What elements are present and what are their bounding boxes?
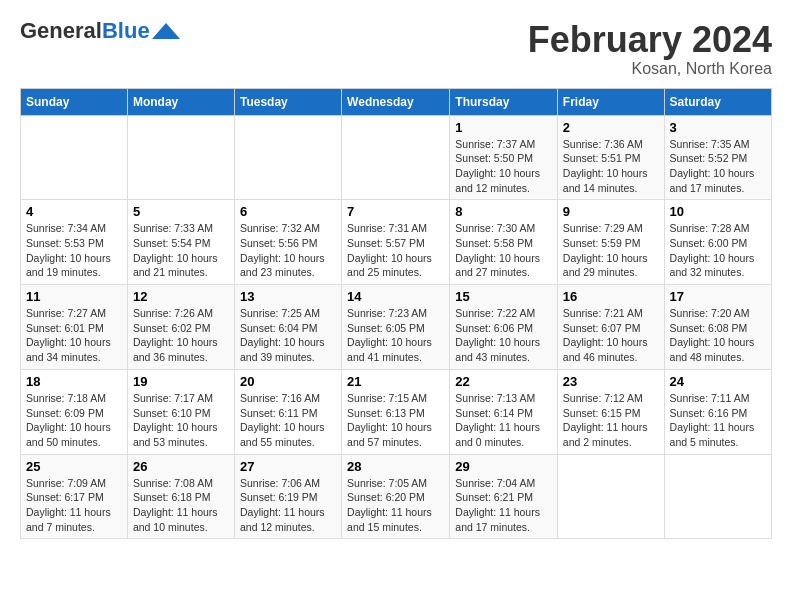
day-info: Sunrise: 7:32 AM Sunset: 5:56 PM Dayligh… [240,221,336,280]
day-number: 23 [563,374,659,389]
day-info: Sunrise: 7:23 AM Sunset: 6:05 PM Dayligh… [347,306,444,365]
day-number: 5 [133,204,229,219]
calendar-cell: 27Sunrise: 7:06 AM Sunset: 6:19 PM Dayli… [234,454,341,539]
month-title-area: February 2024 Kosan, North Korea [528,20,772,78]
day-info: Sunrise: 7:27 AM Sunset: 6:01 PM Dayligh… [26,306,122,365]
calendar-cell: 14Sunrise: 7:23 AM Sunset: 6:05 PM Dayli… [342,285,450,370]
calendar-cell: 6Sunrise: 7:32 AM Sunset: 5:56 PM Daylig… [234,200,341,285]
calendar-cell: 29Sunrise: 7:04 AM Sunset: 6:21 PM Dayli… [450,454,558,539]
day-number: 29 [455,459,552,474]
day-number: 16 [563,289,659,304]
calendar-cell: 10Sunrise: 7:28 AM Sunset: 6:00 PM Dayli… [664,200,771,285]
calendar-body: 1Sunrise: 7:37 AM Sunset: 5:50 PM Daylig… [21,115,772,539]
day-info: Sunrise: 7:12 AM Sunset: 6:15 PM Dayligh… [563,391,659,450]
day-number: 14 [347,289,444,304]
day-info: Sunrise: 7:05 AM Sunset: 6:20 PM Dayligh… [347,476,444,535]
day-number: 9 [563,204,659,219]
calendar-cell: 23Sunrise: 7:12 AM Sunset: 6:15 PM Dayli… [557,369,664,454]
day-info: Sunrise: 7:20 AM Sunset: 6:08 PM Dayligh… [670,306,766,365]
calendar-cell: 28Sunrise: 7:05 AM Sunset: 6:20 PM Dayli… [342,454,450,539]
calendar-header-friday: Friday [557,88,664,115]
day-info: Sunrise: 7:35 AM Sunset: 5:52 PM Dayligh… [670,137,766,196]
calendar-cell: 9Sunrise: 7:29 AM Sunset: 5:59 PM Daylig… [557,200,664,285]
day-info: Sunrise: 7:33 AM Sunset: 5:54 PM Dayligh… [133,221,229,280]
calendar-cell: 21Sunrise: 7:15 AM Sunset: 6:13 PM Dayli… [342,369,450,454]
calendar-header-saturday: Saturday [664,88,771,115]
day-info: Sunrise: 7:09 AM Sunset: 6:17 PM Dayligh… [26,476,122,535]
calendar-cell: 26Sunrise: 7:08 AM Sunset: 6:18 PM Dayli… [127,454,234,539]
day-info: Sunrise: 7:36 AM Sunset: 5:51 PM Dayligh… [563,137,659,196]
calendar-table: SundayMondayTuesdayWednesdayThursdayFrid… [20,88,772,540]
logo-text: GeneralBlue [20,20,150,42]
day-info: Sunrise: 7:04 AM Sunset: 6:21 PM Dayligh… [455,476,552,535]
calendar-cell [234,115,341,200]
day-number: 27 [240,459,336,474]
calendar-cell: 11Sunrise: 7:27 AM Sunset: 6:01 PM Dayli… [21,285,128,370]
calendar-cell: 25Sunrise: 7:09 AM Sunset: 6:17 PM Dayli… [21,454,128,539]
calendar-cell: 2Sunrise: 7:36 AM Sunset: 5:51 PM Daylig… [557,115,664,200]
month-title: February 2024 [528,20,772,60]
day-number: 3 [670,120,766,135]
day-number: 19 [133,374,229,389]
location-subtitle: Kosan, North Korea [528,60,772,78]
calendar-cell [664,454,771,539]
calendar-cell: 4Sunrise: 7:34 AM Sunset: 5:53 PM Daylig… [21,200,128,285]
svg-marker-0 [152,23,180,39]
calendar-cell: 17Sunrise: 7:20 AM Sunset: 6:08 PM Dayli… [664,285,771,370]
calendar-cell: 15Sunrise: 7:22 AM Sunset: 6:06 PM Dayli… [450,285,558,370]
calendar-cell [127,115,234,200]
day-info: Sunrise: 7:37 AM Sunset: 5:50 PM Dayligh… [455,137,552,196]
day-number: 18 [26,374,122,389]
calendar-header-sunday: Sunday [21,88,128,115]
calendar-header-row: SundayMondayTuesdayWednesdayThursdayFrid… [21,88,772,115]
day-number: 24 [670,374,766,389]
day-number: 28 [347,459,444,474]
day-number: 6 [240,204,336,219]
day-number: 2 [563,120,659,135]
calendar-cell: 18Sunrise: 7:18 AM Sunset: 6:09 PM Dayli… [21,369,128,454]
day-number: 21 [347,374,444,389]
calendar-header-tuesday: Tuesday [234,88,341,115]
calendar-cell: 19Sunrise: 7:17 AM Sunset: 6:10 PM Dayli… [127,369,234,454]
logo: GeneralBlue [20,20,180,42]
day-number: 7 [347,204,444,219]
day-info: Sunrise: 7:31 AM Sunset: 5:57 PM Dayligh… [347,221,444,280]
calendar-week-3: 18Sunrise: 7:18 AM Sunset: 6:09 PM Dayli… [21,369,772,454]
day-info: Sunrise: 7:26 AM Sunset: 6:02 PM Dayligh… [133,306,229,365]
day-info: Sunrise: 7:11 AM Sunset: 6:16 PM Dayligh… [670,391,766,450]
calendar-cell: 8Sunrise: 7:30 AM Sunset: 5:58 PM Daylig… [450,200,558,285]
day-info: Sunrise: 7:18 AM Sunset: 6:09 PM Dayligh… [26,391,122,450]
day-info: Sunrise: 7:15 AM Sunset: 6:13 PM Dayligh… [347,391,444,450]
day-number: 25 [26,459,122,474]
page-header: GeneralBlue February 2024 Kosan, North K… [20,20,772,78]
day-info: Sunrise: 7:22 AM Sunset: 6:06 PM Dayligh… [455,306,552,365]
day-number: 8 [455,204,552,219]
day-info: Sunrise: 7:16 AM Sunset: 6:11 PM Dayligh… [240,391,336,450]
day-info: Sunrise: 7:17 AM Sunset: 6:10 PM Dayligh… [133,391,229,450]
day-info: Sunrise: 7:25 AM Sunset: 6:04 PM Dayligh… [240,306,336,365]
calendar-cell: 24Sunrise: 7:11 AM Sunset: 6:16 PM Dayli… [664,369,771,454]
logo-icon [152,23,180,39]
calendar-header-thursday: Thursday [450,88,558,115]
calendar-cell [21,115,128,200]
day-number: 4 [26,204,122,219]
calendar-cell [342,115,450,200]
day-info: Sunrise: 7:13 AM Sunset: 6:14 PM Dayligh… [455,391,552,450]
day-info: Sunrise: 7:08 AM Sunset: 6:18 PM Dayligh… [133,476,229,535]
calendar-header-wednesday: Wednesday [342,88,450,115]
calendar-week-0: 1Sunrise: 7:37 AM Sunset: 5:50 PM Daylig… [21,115,772,200]
calendar-cell: 3Sunrise: 7:35 AM Sunset: 5:52 PM Daylig… [664,115,771,200]
calendar-cell: 1Sunrise: 7:37 AM Sunset: 5:50 PM Daylig… [450,115,558,200]
day-number: 26 [133,459,229,474]
calendar-week-2: 11Sunrise: 7:27 AM Sunset: 6:01 PM Dayli… [21,285,772,370]
day-number: 22 [455,374,552,389]
calendar-week-4: 25Sunrise: 7:09 AM Sunset: 6:17 PM Dayli… [21,454,772,539]
calendar-cell [557,454,664,539]
day-info: Sunrise: 7:28 AM Sunset: 6:00 PM Dayligh… [670,221,766,280]
calendar-cell: 12Sunrise: 7:26 AM Sunset: 6:02 PM Dayli… [127,285,234,370]
day-number: 20 [240,374,336,389]
day-number: 17 [670,289,766,304]
day-number: 13 [240,289,336,304]
calendar-cell: 5Sunrise: 7:33 AM Sunset: 5:54 PM Daylig… [127,200,234,285]
day-number: 10 [670,204,766,219]
